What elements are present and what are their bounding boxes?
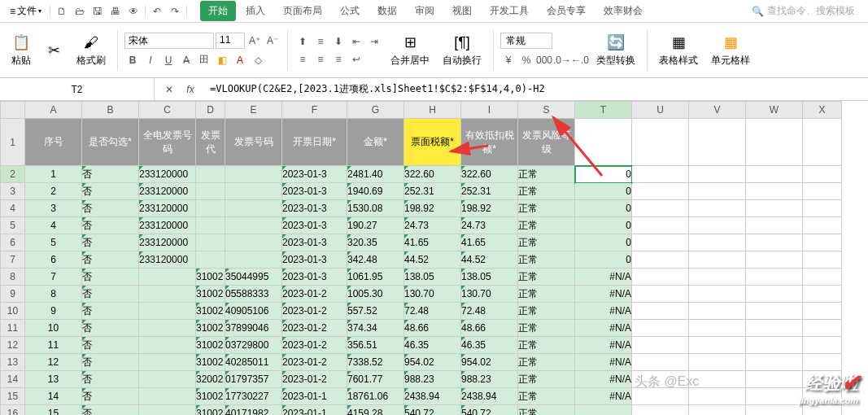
table-cell[interactable] [746, 200, 803, 217]
paste-button[interactable]: 📋 粘贴 [7, 31, 36, 69]
table-cell[interactable]: 233120000 [139, 200, 196, 217]
table-cell[interactable]: 05588333 [225, 286, 282, 303]
table-cell[interactable]: 557.52 [347, 303, 404, 320]
table-cell[interactable]: 否 [82, 354, 139, 371]
row-header-10[interactable]: 10 [1, 303, 25, 320]
tab-formula[interactable]: 公式 [332, 1, 368, 21]
table-cell[interactable]: 2023-01-3 [282, 269, 347, 286]
table-cell[interactable]: 44.52 [404, 251, 461, 269]
row-header-11[interactable]: 11 [1, 320, 25, 337]
table-cell[interactable] [632, 217, 689, 234]
tab-view[interactable]: 视图 [444, 1, 480, 21]
table-cell[interactable]: 24.73 [461, 217, 518, 234]
table-cell[interactable]: 正常 [518, 371, 575, 388]
tab-data[interactable]: 数据 [369, 1, 405, 21]
table-cell[interactable] [632, 286, 689, 303]
table-cell[interactable]: 24.73 [404, 217, 461, 234]
percent-icon[interactable]: % [518, 52, 534, 68]
table-cell[interactable]: 正常 [518, 405, 575, 416]
table-cell[interactable] [746, 337, 803, 354]
redo-icon[interactable]: ↷ [167, 3, 183, 20]
undo-icon[interactable]: ↶ [149, 3, 165, 20]
table-cell[interactable] [803, 354, 842, 371]
tab-layout[interactable]: 页面布局 [275, 1, 330, 21]
table-cell[interactable] [139, 303, 196, 320]
table-cell[interactable]: 48.66 [461, 320, 518, 337]
table-cell[interactable]: 41.65 [404, 234, 461, 251]
table-cell[interactable] [689, 183, 746, 200]
header-cell[interactable]: 开票日期* [282, 119, 347, 166]
table-cell[interactable]: #N/A [575, 388, 632, 405]
table-cell[interactable]: 1061.95 [347, 269, 404, 286]
table-cell[interactable] [196, 234, 225, 251]
header-cell[interactable]: 发票风险等级 [518, 119, 575, 166]
table-cell[interactable]: 11 [25, 337, 82, 354]
table-cell[interactable] [225, 166, 282, 183]
table-cell[interactable]: 31002 [196, 405, 225, 416]
row-header-12[interactable]: 12 [1, 337, 25, 354]
table-cell[interactable]: 198.92 [461, 200, 518, 217]
number-format-select[interactable]: 常规 [500, 33, 552, 49]
table-cell[interactable] [632, 269, 689, 286]
table-cell[interactable]: 正常 [518, 388, 575, 405]
table-cell[interactable] [689, 269, 746, 286]
font-size-select[interactable]: 11 [216, 33, 245, 49]
table-cell[interactable]: 0 [575, 234, 632, 251]
table-cell[interactable]: #N/A [575, 354, 632, 371]
row-header-2[interactable]: 2 [1, 166, 25, 183]
header-cell[interactable]: 序号 [25, 119, 82, 166]
table-cell[interactable]: 40171982 [225, 405, 282, 416]
table-cell[interactable]: 否 [82, 405, 139, 416]
auto-wrap-button[interactable]: [¶] 自动换行 [438, 31, 486, 69]
table-cell[interactable]: 12 [25, 354, 82, 371]
table-cell[interactable]: 0 [575, 166, 632, 183]
table-cell[interactable]: 233120000 [139, 166, 196, 183]
table-cell[interactable]: 17730227 [225, 388, 282, 405]
table-cell[interactable]: 46.35 [461, 337, 518, 354]
table-cell[interactable]: 2023-01-3 [282, 166, 347, 183]
table-cell[interactable] [746, 371, 803, 388]
increase-font-icon[interactable]: A⁺ [246, 33, 263, 49]
table-cell[interactable] [746, 286, 803, 303]
align-center-icon[interactable]: ≡ [312, 51, 329, 68]
table-cell[interactable] [803, 234, 842, 251]
table-cell[interactable] [746, 166, 803, 183]
decrease-font-icon[interactable]: A⁻ [264, 33, 281, 49]
table-cell[interactable]: 2023-01-3 [282, 217, 347, 234]
table-cell[interactable]: 40285011 [225, 354, 282, 371]
align-middle-icon[interactable]: ≡ [312, 33, 329, 50]
table-cell[interactable]: 2023-01-3 [282, 183, 347, 200]
table-cell[interactable]: 否 [82, 166, 139, 183]
table-cell[interactable]: 31002 [196, 388, 225, 405]
table-cell[interactable] [803, 251, 842, 269]
table-cell[interactable] [803, 303, 842, 320]
table-cell[interactable]: 正常 [518, 217, 575, 234]
table-cell[interactable]: 320.35 [347, 234, 404, 251]
col-header-F[interactable]: F [282, 102, 347, 119]
table-cell[interactable]: 13 [25, 371, 82, 388]
comma-icon[interactable]: 000 [536, 52, 552, 68]
table-cell[interactable]: 1 [25, 166, 82, 183]
table-cell[interactable] [632, 320, 689, 337]
table-cell[interactable]: 正常 [518, 251, 575, 269]
table-cell[interactable]: 4159.28 [347, 405, 404, 416]
table-cell[interactable]: 正常 [518, 269, 575, 286]
table-cell[interactable]: 31002 [196, 354, 225, 371]
align-right-icon[interactable]: ≡ [330, 51, 347, 68]
col-header-E[interactable]: E [225, 102, 282, 119]
table-cell[interactable]: 46.35 [404, 337, 461, 354]
tab-member[interactable]: 会员专享 [539, 1, 594, 21]
open-icon[interactable]: 🗁 [72, 3, 88, 20]
table-cell[interactable]: 2023-01-2 [282, 371, 347, 388]
fx-icon[interactable]: fx [182, 81, 198, 98]
table-cell[interactable] [689, 217, 746, 234]
table-cell[interactable]: 190.27 [347, 217, 404, 234]
table-cell[interactable] [803, 166, 842, 183]
new-icon[interactable]: 🗋 [54, 3, 70, 20]
table-cell[interactable]: 否 [82, 234, 139, 251]
underline-button[interactable]: U [160, 52, 177, 68]
table-cell[interactable]: 233120000 [139, 183, 196, 200]
table-cell[interactable] [746, 405, 803, 416]
table-cell[interactable]: 252.31 [404, 183, 461, 200]
table-cell[interactable]: 7 [25, 269, 82, 286]
